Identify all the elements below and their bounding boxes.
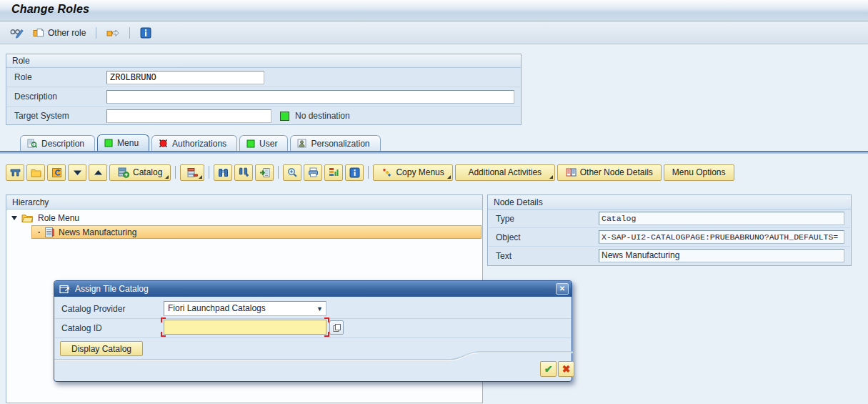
role-field-label: Role xyxy=(14,68,32,87)
node-text-row: Text News Manufacturing xyxy=(489,247,850,265)
text-label: Text xyxy=(496,247,512,265)
transfer-icon xyxy=(106,28,119,39)
target-system-field-label: Target System xyxy=(14,107,69,125)
tab-user[interactable]: User xyxy=(239,135,288,151)
page-title: Change Roles xyxy=(11,3,89,16)
type-label: Type xyxy=(496,210,514,228)
toolbar-separator xyxy=(368,166,369,179)
tab-authorizations[interactable]: Authorizations xyxy=(151,135,237,151)
node-type-row: Type Catalog xyxy=(489,210,850,228)
target-system-row: Target System No destination xyxy=(7,107,520,126)
dropdown-corner-icon xyxy=(549,175,553,179)
legend-info-button[interactable] xyxy=(345,164,364,181)
tab-description[interactable]: Description xyxy=(20,135,95,151)
binoculars-icon xyxy=(218,168,229,177)
create-folder-button[interactable] xyxy=(26,164,45,181)
list-remove-icon xyxy=(187,167,198,178)
type-value-field[interactable]: Catalog xyxy=(599,212,844,225)
node-details-panel: Node Details Type Catalog Object X-SAP-U… xyxy=(487,194,852,266)
description-row: Description xyxy=(7,87,520,107)
copy-menus-label: Copy Menus xyxy=(396,167,444,177)
print-button[interactable] xyxy=(304,164,322,181)
dialog-separator xyxy=(55,318,571,319)
tree-node-label: Role Menu xyxy=(38,213,79,223)
dropdown-corner-icon xyxy=(165,175,169,179)
catalog-id-field-frame xyxy=(164,320,326,335)
other-role-label: Other role xyxy=(48,28,86,38)
target-system-input[interactable] xyxy=(106,109,271,123)
arrow-down-icon xyxy=(73,169,82,176)
tree-node-news-manufacturing[interactable]: · News Manufacturing xyxy=(31,225,482,239)
transaction-icon xyxy=(10,167,21,178)
other-role-button[interactable]: Other role xyxy=(31,24,88,41)
toolbar-separator xyxy=(209,166,209,179)
find-button[interactable] xyxy=(214,164,232,181)
delete-node-button[interactable] xyxy=(180,164,204,181)
info-button[interactable] xyxy=(138,24,154,41)
catalog-id-value-help-button[interactable] xyxy=(329,320,344,335)
toolbar-separator xyxy=(129,27,130,39)
role-group-box: Role Role Description Target System No d… xyxy=(6,54,522,125)
find-next-button[interactable] xyxy=(234,164,253,181)
catalog-button-label: Catalog xyxy=(133,167,162,177)
chart-legend-icon xyxy=(329,167,339,177)
node-details-panel-title: Node Details xyxy=(488,195,851,210)
role-input[interactable] xyxy=(106,71,264,84)
user-tab-status-icon xyxy=(246,139,255,148)
dialog-title-bar[interactable]: Assign Tile Catalog xyxy=(54,281,572,297)
dropdown-corner-icon xyxy=(447,175,451,179)
tab-strip: Description Menu Authorizations User Per… xyxy=(6,135,862,151)
dialog-close-button[interactable]: ✕ xyxy=(556,283,569,295)
toolbar-separator xyxy=(278,166,279,179)
menu-options-button[interactable]: Menu Options xyxy=(664,164,734,181)
matchcode-icon xyxy=(332,323,341,332)
binoculars-plus-icon xyxy=(239,167,249,177)
other-node-details-button[interactable]: Other Node Details xyxy=(557,164,662,181)
node-object-row: Object X-SAP-UI2-CATALOGPAGE:PRUEBABRUNO… xyxy=(489,228,850,247)
additional-activities-button[interactable]: Additional Activities xyxy=(455,164,555,181)
confirm-button[interactable]: ✔ xyxy=(540,361,557,377)
add-catalog-button[interactable]: Catalog xyxy=(109,164,171,181)
object-value-field[interactable]: X-SAP-UI2-CATALOGPAGE:PRUEBABRUNO?AUTH_D… xyxy=(599,230,844,244)
magnifier-plus-icon xyxy=(287,167,298,178)
other-role-icon xyxy=(33,28,44,39)
cancel-button[interactable]: ✖ xyxy=(558,361,574,377)
description-tab-icon xyxy=(27,139,37,148)
transfer-button[interactable] xyxy=(104,24,121,41)
expander-icon[interactable] xyxy=(11,216,17,220)
tab-personalization[interactable]: Personalization xyxy=(290,135,380,151)
zoom-in-button[interactable] xyxy=(283,164,301,181)
tree-node-role-menu[interactable]: Role Menu xyxy=(7,211,482,225)
personalization-tab-icon xyxy=(297,139,306,148)
insert-report-button[interactable] xyxy=(47,164,66,181)
description-input[interactable] xyxy=(106,90,514,104)
catalog-id-input[interactable] xyxy=(164,320,326,335)
catalog-node-icon xyxy=(45,227,54,237)
where-used-button[interactable] xyxy=(255,164,274,181)
printer-icon xyxy=(308,167,319,177)
catalog-provider-dropdown[interactable]: Fiori Launchpad Catalogs ▼ xyxy=(164,301,326,316)
sap-window: Change Roles Other role Role xyxy=(0,0,868,404)
tab-menu[interactable]: Menu xyxy=(97,134,149,151)
additional-activities-label: Additional Activities xyxy=(468,167,542,177)
tab-label: Menu xyxy=(117,138,139,148)
copy-menus-button[interactable]: Copy Menus xyxy=(373,164,452,181)
tab-label: Personalization xyxy=(311,139,369,149)
info-icon xyxy=(349,167,360,178)
legend-button[interactable] xyxy=(324,164,343,181)
report-icon xyxy=(51,167,62,178)
text-value-field[interactable]: News Manufacturing xyxy=(599,249,844,262)
menu-tab-status-icon xyxy=(104,139,113,147)
display-change-button[interactable] xyxy=(7,24,26,41)
tab-label: User xyxy=(259,139,277,149)
menu-toolbar: Catalog Copy Menus Additional Activities xyxy=(6,164,734,181)
move-node-down-button[interactable] xyxy=(68,164,86,181)
role-box-title: Role xyxy=(6,54,521,68)
tab-label: Authorizations xyxy=(172,139,226,149)
insert-transaction-button[interactable] xyxy=(6,164,24,181)
display-change-icon xyxy=(9,27,24,39)
move-node-up-button[interactable] xyxy=(89,164,107,181)
toolbar-separator xyxy=(175,166,176,179)
focus-corner-icon xyxy=(161,317,166,322)
destination-status-led xyxy=(280,112,289,121)
